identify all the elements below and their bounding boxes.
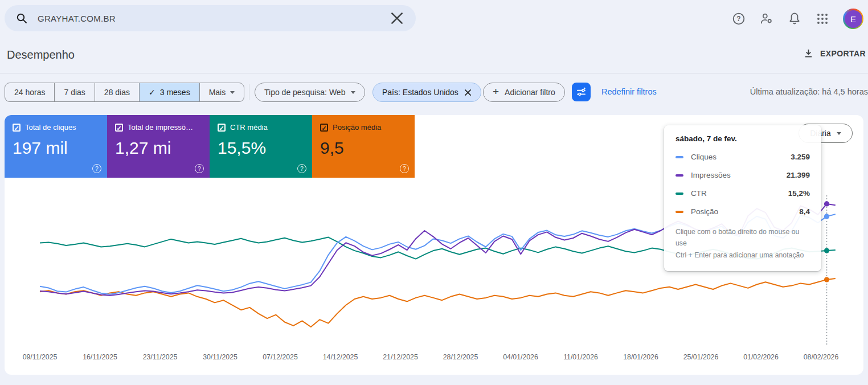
hover-dot-posição — [824, 277, 829, 282]
x-tick-label: 09/11/2025 — [23, 353, 58, 361]
filter-divider — [249, 84, 249, 100]
header-divider — [0, 73, 868, 73]
performance-card: ✓ Total de cliques 197 mil ? ✓ Total de … — [5, 115, 863, 375]
range-3m-selected[interactable]: ✓ 3 meses — [139, 83, 199, 101]
x-tick-label: 30/11/2025 — [203, 353, 238, 361]
last-update-text: Última atualização: há 4,5 horas — [750, 87, 868, 96]
x-tick-label: 14/12/2025 — [323, 353, 358, 361]
search-icon — [16, 13, 27, 24]
add-filter-button[interactable]: + Adicionar filtro — [483, 83, 565, 102]
hover-dot-ctr — [824, 248, 829, 253]
tooltip-date: sábado, 7 de fev. — [675, 134, 810, 143]
range-more[interactable]: Mais — [199, 83, 244, 101]
x-tick-label: 18/01/2026 — [623, 353, 658, 361]
page-title: Desempenho — [7, 48, 75, 62]
apps-grid-icon[interactable] — [815, 11, 830, 26]
annotation-hint: Clique com o botão direito do mouse ou u… — [675, 226, 810, 261]
account-avatar[interactable]: E — [843, 9, 863, 29]
avatar-letter: E — [845, 10, 862, 28]
x-tick-label: 07/12/2025 — [263, 353, 298, 361]
plus-icon: + — [493, 85, 499, 98]
help-icon[interactable]: ? — [731, 11, 746, 26]
chevron-down-icon — [351, 91, 355, 94]
reset-filters-link[interactable]: Redefinir filtros — [601, 87, 657, 96]
tooltip-row-position: Posição 8,4 — [675, 207, 810, 216]
hover-dot-impressões — [824, 201, 829, 206]
clicks-legend-dash — [675, 156, 683, 158]
x-tick-label: 11/01/2026 — [563, 353, 598, 361]
x-tick-label: 04/01/2026 — [503, 353, 538, 361]
tune-sparkle-icon — [576, 87, 587, 97]
x-tick-label: 08/02/2026 — [804, 353, 839, 361]
tooltip-row-clicks: Cliques 3.259 — [675, 153, 810, 161]
download-icon — [804, 48, 813, 58]
manage-users-icon[interactable] — [759, 11, 774, 26]
x-tick-label: 01/02/2026 — [743, 353, 779, 361]
chevron-down-icon — [230, 91, 235, 94]
notifications-icon[interactable] — [787, 11, 802, 26]
x-tick-label: 21/12/2025 — [383, 353, 418, 361]
tooltip-row-ctr: CTR 15,2% — [675, 189, 810, 198]
date-range-selector: 24 horas 7 dias 28 dias ✓ 3 meses Mais — [5, 83, 244, 102]
range-7d[interactable]: 7 dias — [54, 83, 94, 101]
x-tick-label: 28/12/2025 — [443, 353, 478, 361]
export-button[interactable]: EXPORTAR — [804, 48, 866, 58]
tooltip-row-impressions: Impressões 21.399 — [675, 171, 810, 179]
x-tick-label: 23/11/2025 — [143, 353, 178, 361]
check-icon: ✓ — [149, 83, 155, 101]
series-line-posição — [40, 278, 836, 327]
x-tick-label: 25/01/2026 — [683, 353, 719, 361]
clear-search-icon[interactable] — [390, 11, 404, 26]
ctr-legend-dash — [675, 192, 683, 195]
property-search-bar[interactable] — [5, 5, 416, 31]
hover-dot-cliques — [824, 214, 829, 219]
range-28d[interactable]: 28 dias — [95, 83, 139, 101]
search-console-performance-page: { "topbar": { "search_value": "GRAYHAT.C… — [0, 0, 868, 385]
country-filter-chip[interactable]: País: Estados Unidos — [372, 83, 481, 102]
impressions-legend-dash — [675, 174, 683, 177]
range-24h[interactable]: 24 horas — [5, 83, 54, 101]
search-input[interactable] — [36, 13, 390, 24]
svg-text:?: ? — [736, 15, 740, 23]
hover-tooltip: sábado, 7 de fev. Cliques 3.259 Impressõ… — [664, 125, 821, 271]
x-tick-label: 16/11/2025 — [83, 353, 117, 361]
topbar-icons: ? E — [731, 9, 863, 29]
remove-filter-icon[interactable] — [464, 89, 472, 96]
filter-options-button[interactable] — [572, 83, 591, 101]
export-label: EXPORTAR — [820, 49, 866, 58]
search-type-filter[interactable]: Tipo de pesquisa: Web — [255, 83, 365, 102]
position-legend-dash — [675, 211, 683, 213]
